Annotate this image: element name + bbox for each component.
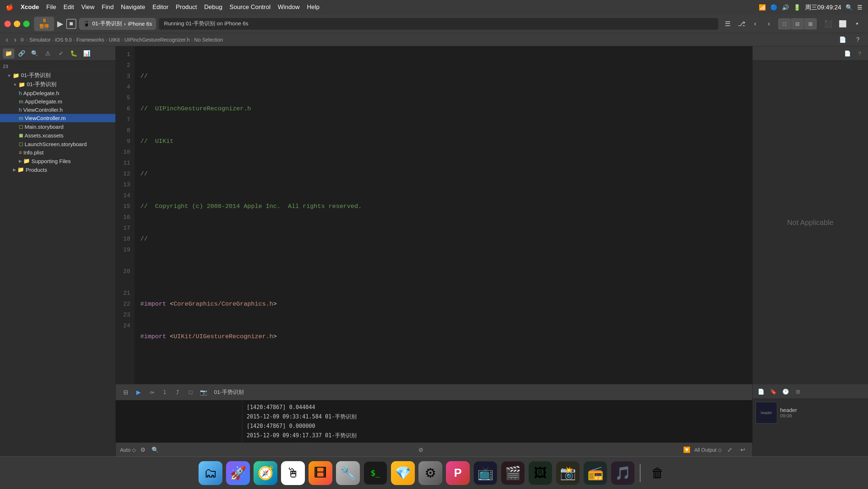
sidebar-folder-btn[interactable]: 📁 <box>3 48 14 59</box>
search-icon[interactable]: 🔍 <box>846 4 853 11</box>
pause-button[interactable]: ⏸ 暂停 <box>34 17 54 31</box>
tree-item-viewcontroller-h[interactable]: h ViewController.h <box>0 106 115 114</box>
menu-find[interactable]: Find <box>102 4 114 11</box>
sidebar-toggle[interactable]: ☰ <box>721 17 734 30</box>
dock-media-3[interactable]: 🖼 <box>528 461 552 485</box>
dock-media-1[interactable]: 📺 <box>473 461 497 485</box>
volume-icon[interactable]: 🔊 <box>782 4 789 11</box>
debug-step-over-btn[interactable]: ⤼ <box>146 387 157 397</box>
run-button[interactable]: ▶ <box>57 19 63 29</box>
stop-button[interactable]: ■ <box>66 19 76 29</box>
code-editor[interactable]: 1 2 3 4 5 6 7 8 9 10 11 12 13 14 15 16 1 <box>116 46 752 384</box>
output-expand-btn[interactable]: ⤢ <box>724 445 735 455</box>
dock-ppaper[interactable]: P <box>446 461 470 485</box>
tree-item-group[interactable]: ▼ 📁 01-手势识别 <box>0 80 115 89</box>
dock-mouse[interactable]: 🖱 <box>281 461 305 485</box>
close-button[interactable] <box>4 21 11 27</box>
notification-icon[interactable]: ☰ <box>857 4 862 11</box>
breadcrumb-forward[interactable]: › <box>12 34 19 45</box>
dock-media-2[interactable]: 🎬 <box>501 461 525 485</box>
menu-help[interactable]: Help <box>307 4 319 11</box>
menu-view[interactable]: View <box>81 4 95 11</box>
editor-assistant-btn[interactable]: ⊟ <box>791 18 804 29</box>
tree-item-root-group[interactable]: ▼ 📁 01-手势识别 <box>0 71 115 80</box>
rp-grid-btn[interactable]: ⊞ <box>792 387 803 397</box>
output-filter-btn[interactable]: 🔽 <box>681 445 692 455</box>
debug-step-out-btn[interactable]: ⤴ <box>172 387 183 397</box>
rp-bookmark-btn[interactable]: 🔖 <box>768 387 779 397</box>
debug-hide-btn[interactable]: ⊟ <box>120 387 131 397</box>
tree-item-info-plist[interactable]: ≡ Info.plist <box>0 148 115 157</box>
navigator-toggle[interactable]: ⬛ <box>822 17 835 30</box>
rp-clock-btn[interactable]: 🕐 <box>780 387 791 397</box>
dock-media-5[interactable]: 📻 <box>583 461 607 485</box>
scheme-selector[interactable]: 📱 01-手势识别 › iPhone 6s <box>79 18 156 30</box>
menu-edit[interactable]: Edit <box>63 4 74 11</box>
dock-trash[interactable]: 🗑 <box>646 461 669 485</box>
forward-btn[interactable]: › <box>762 17 775 30</box>
tree-item-supporting-files[interactable]: ▶ 📁 Supporting Files <box>0 157 115 165</box>
debug-step-in-btn[interactable]: ⤵ <box>159 387 170 397</box>
dock-settings[interactable]: ⚙ <box>418 461 442 485</box>
sidebar-vcs-btn[interactable]: 🔗 <box>16 48 27 59</box>
breadcrumb-back[interactable]: ‹ <box>4 34 10 45</box>
tree-item-appdelegate-m[interactable]: m AppDelegate.m <box>0 97 115 106</box>
sidebar-test-btn[interactable]: ✓ <box>55 48 67 59</box>
menu-window[interactable]: Window <box>278 4 299 11</box>
debug-toggle[interactable]: ⬜ <box>836 17 849 30</box>
tree-item-appdelegate-h[interactable]: h AppDelegate.h <box>0 89 115 97</box>
output-wrap-btn[interactable]: ↩ <box>737 445 748 455</box>
tree-item-viewcontroller-m[interactable]: m ViewController.m <box>0 114 115 122</box>
wifi-icon[interactable]: 📶 <box>759 4 766 11</box>
clear-output-btn[interactable]: ⊘ <box>416 445 426 455</box>
menu-debug[interactable]: Debug <box>204 4 222 11</box>
debug-capture-btn[interactable]: 📷 <box>198 387 209 397</box>
dock-safari[interactable]: 🧭 <box>254 461 277 485</box>
inspector-help-btn[interactable]: ? <box>851 33 864 46</box>
debug-continue-btn[interactable]: ▶ <box>133 387 144 397</box>
maximize-button[interactable] <box>23 21 30 27</box>
sidebar-warn-btn[interactable]: ⚠ <box>42 48 54 59</box>
tree-item-products[interactable]: ▶ 📁 Products <box>0 165 115 174</box>
status-settings-btn[interactable]: ⚙ <box>137 445 148 455</box>
editor-only-btn[interactable]: □ <box>778 18 791 29</box>
sidebar-debug-btn[interactable]: 🐛 <box>68 48 80 59</box>
tree-item-launch-storyboard[interactable]: ◻ LaunchScreen.storyboard <box>0 140 115 148</box>
console-output[interactable]: [1420:47867] 0.044044 2015-12-09 09:33:4… <box>242 400 752 442</box>
apple-menu[interactable]: 🍎 <box>6 4 13 11</box>
back-btn[interactable]: ‹ <box>749 17 762 30</box>
breadcrumb-item-0[interactable]: Simulator · iOS 9.0 <box>29 37 72 43</box>
breadcrumb-item-3[interactable]: UIPinchGestureRecognizer.h <box>124 37 190 43</box>
status-auto[interactable]: Auto ◇ ⚙ 🔍 <box>120 445 161 455</box>
dock-launchpad[interactable]: 🚀 <box>226 461 250 485</box>
rp-nav-btn[interactable]: 📄 <box>756 387 766 397</box>
status-filter-btn[interactable]: 🔍 <box>150 445 161 455</box>
editor-version-btn[interactable]: ⊞ <box>804 18 817 29</box>
breadcrumb-item-1[interactable]: Frameworks <box>76 37 104 43</box>
rp-file-btn[interactable]: 📄 <box>842 48 853 59</box>
dock-media-6[interactable]: 🎵 <box>611 461 635 485</box>
hierarchy-btn[interactable]: ⎇ <box>735 17 748 30</box>
breadcrumb-item-4[interactable]: No Selection <box>194 37 223 43</box>
dock-photos[interactable]: 🎞 <box>309 461 332 485</box>
inspector-doc-btn[interactable]: 📄 <box>836 33 849 46</box>
bluetooth-icon[interactable]: 🔵 <box>770 4 778 11</box>
minimize-button[interactable] <box>14 21 20 27</box>
menu-navigate[interactable]: Navigate <box>121 4 145 11</box>
sidebar-report-btn[interactable]: 📊 <box>81 48 93 59</box>
dock-tools[interactable]: 🔧 <box>336 461 360 485</box>
menu-product[interactable]: Product <box>176 4 197 11</box>
dock-finder[interactable]: 🗂 <box>199 461 222 485</box>
dock-media-4[interactable]: 📸 <box>556 461 580 485</box>
dock-sketch[interactable]: 💎 <box>391 461 415 485</box>
tree-item-assets[interactable]: ◼ Assets.xcassets <box>0 131 115 140</box>
menu-editor[interactable]: Editor <box>152 4 168 11</box>
debug-simulator-btn[interactable]: □ <box>185 387 196 397</box>
dock-terminal[interactable]: $_ <box>363 461 387 485</box>
menu-source-control[interactable]: Source Control <box>230 4 271 11</box>
menu-file[interactable]: File <box>46 4 56 11</box>
tree-item-main-storyboard[interactable]: ◻ Main.storyboard <box>0 122 115 131</box>
sidebar-search-btn[interactable]: 🔍 <box>29 48 41 59</box>
breadcrumb-item-2[interactable]: UIKit <box>109 37 120 43</box>
inspector-toggle[interactable]: ▪ <box>851 17 864 30</box>
